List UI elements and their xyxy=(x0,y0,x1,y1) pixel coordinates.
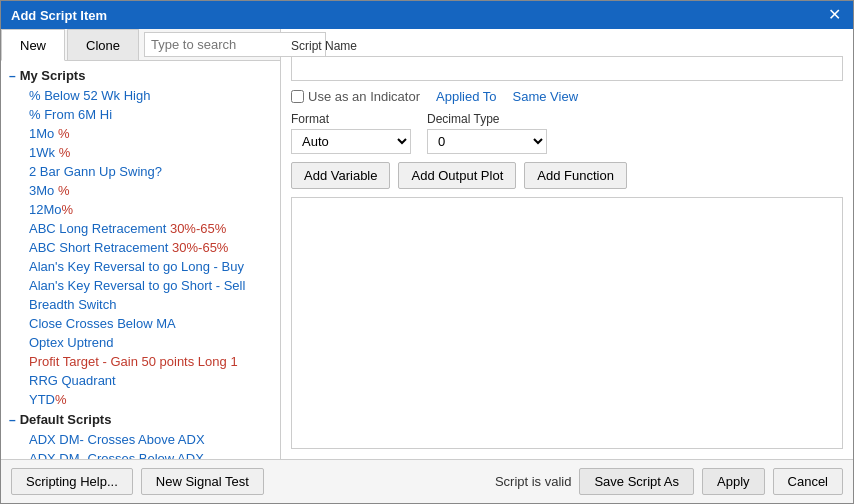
list-item[interactable]: Alan's Key Reversal to go Long - Buy xyxy=(1,257,280,276)
decimal-type-group: Decimal Type 0 xyxy=(427,112,547,154)
bottom-right-area: Script is valid Save Script As Apply Can… xyxy=(495,468,843,495)
same-view-link[interactable]: Same View xyxy=(513,89,579,104)
format-row: Format Auto Decimal Type 0 xyxy=(291,112,843,154)
tabs-row: New Clone xyxy=(1,29,280,61)
my-scripts-label: My Scripts xyxy=(20,68,86,83)
list-item[interactable]: RRG Quadrant xyxy=(1,371,280,390)
use-as-indicator-label: Use as an Indicator xyxy=(291,89,420,104)
add-output-plot-button[interactable]: Add Output Plot xyxy=(398,162,516,189)
default-scripts-collapse-icon[interactable]: – xyxy=(9,413,16,427)
decimal-type-select[interactable]: 0 xyxy=(427,129,547,154)
list-item[interactable]: 12Mo% xyxy=(1,200,280,219)
dialog-title: Add Script Item xyxy=(11,8,107,23)
list-item[interactable]: Close Crosses Below MA xyxy=(1,314,280,333)
code-editor-area[interactable] xyxy=(291,197,843,449)
list-item[interactable]: 2 Bar Gann Up Swing? xyxy=(1,162,280,181)
add-function-button[interactable]: Add Function xyxy=(524,162,627,189)
format-label: Format xyxy=(291,112,411,126)
list-item[interactable]: Profit Target - Gain 50 points Long 1 xyxy=(1,352,280,371)
default-scripts-group-header: – Default Scripts xyxy=(1,409,280,430)
list-item[interactable]: 1Mo % xyxy=(1,124,280,143)
format-select[interactable]: Auto xyxy=(291,129,411,154)
bottom-left-buttons: Scripting Help... New Signal Test xyxy=(11,468,264,495)
status-text: Script is valid xyxy=(495,474,572,489)
script-list: – My Scripts % Below 52 Wk High % From 6… xyxy=(1,61,280,459)
main-content: New Clone – My Scripts % Below 52 Wk Hig… xyxy=(1,29,853,459)
use-as-indicator-checkbox[interactable] xyxy=(291,90,304,103)
tab-clone[interactable]: Clone xyxy=(67,29,139,60)
left-panel: New Clone – My Scripts % Below 52 Wk Hig… xyxy=(1,29,281,459)
format-group: Format Auto xyxy=(291,112,411,154)
apply-button[interactable]: Apply xyxy=(702,468,765,495)
add-script-item-dialog: Add Script Item ✕ New Clone – My Scripts… xyxy=(0,0,854,504)
options-row: Use as an Indicator Applied To Same View xyxy=(291,89,843,104)
new-signal-test-button[interactable]: New Signal Test xyxy=(141,468,264,495)
my-scripts-group-header: – My Scripts xyxy=(1,65,280,86)
list-item[interactable]: Alan's Key Reversal to go Short - Sell xyxy=(1,276,280,295)
list-item[interactable]: 1Wk % xyxy=(1,143,280,162)
list-item[interactable]: ADX DM- Crosses Above ADX xyxy=(1,430,280,449)
list-item[interactable]: Breadth Switch xyxy=(1,295,280,314)
add-buttons-row: Add Variable Add Output Plot Add Functio… xyxy=(291,162,843,189)
script-name-input[interactable] xyxy=(291,56,843,81)
my-scripts-collapse-icon[interactable]: – xyxy=(9,69,16,83)
list-item[interactable]: ABC Short Retracement 30%-65% xyxy=(1,238,280,257)
close-button[interactable]: ✕ xyxy=(826,7,843,23)
decimal-type-label: Decimal Type xyxy=(427,112,547,126)
default-scripts-label: Default Scripts xyxy=(20,412,112,427)
list-item[interactable]: 3Mo % xyxy=(1,181,280,200)
list-item[interactable]: YTD% xyxy=(1,390,280,409)
right-panel: Script Name Use as an Indicator Applied … xyxy=(281,29,853,459)
save-script-as-button[interactable]: Save Script As xyxy=(579,468,694,495)
applied-to-link[interactable]: Applied To xyxy=(436,89,496,104)
list-item[interactable]: Optex Uptrend xyxy=(1,333,280,352)
add-variable-button[interactable]: Add Variable xyxy=(291,162,390,189)
list-item[interactable]: % From 6M Hi xyxy=(1,105,280,124)
tab-new[interactable]: New xyxy=(1,29,65,61)
scripting-help-button[interactable]: Scripting Help... xyxy=(11,468,133,495)
cancel-button[interactable]: Cancel xyxy=(773,468,843,495)
list-item[interactable]: ADX DM- Crosses Below ADX xyxy=(1,449,280,459)
list-item[interactable]: % Below 52 Wk High xyxy=(1,86,280,105)
bottom-bar: Scripting Help... New Signal Test Script… xyxy=(1,459,853,503)
script-name-label: Script Name xyxy=(291,39,843,53)
title-bar: Add Script Item ✕ xyxy=(1,1,853,29)
list-item[interactable]: ABC Long Retracement 30%-65% xyxy=(1,219,280,238)
